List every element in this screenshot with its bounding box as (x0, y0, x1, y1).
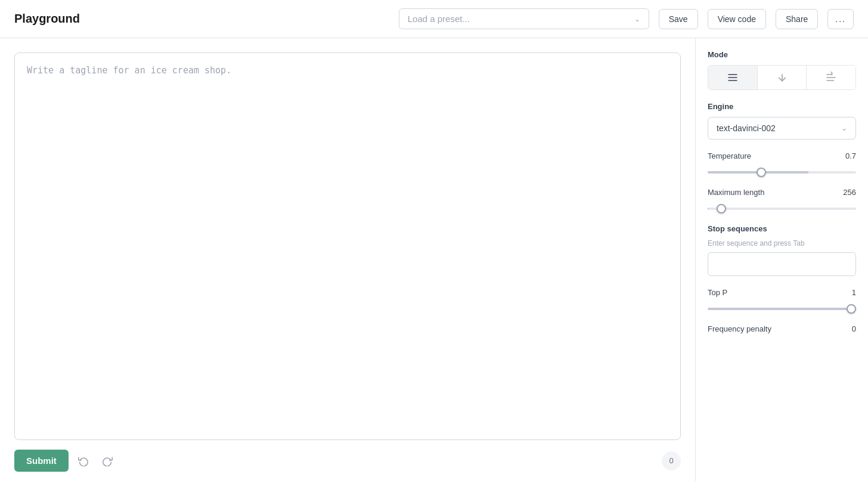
share-button[interactable]: Share (776, 9, 818, 29)
temperature-section: Temperature 0.7 (708, 151, 856, 176)
main-textarea[interactable] (15, 53, 680, 439)
left-panel: Submit 0 (0, 38, 695, 481)
mode-buttons (708, 65, 856, 90)
engine-dropdown[interactable]: text-davinci-002 ⌄ (708, 117, 856, 140)
max-length-slider[interactable] (708, 208, 856, 210)
undo-button[interactable] (75, 452, 92, 470)
stop-sequences-input[interactable] (708, 252, 856, 276)
frequency-penalty-value: 0 (852, 324, 856, 333)
stop-sequences-hint: Enter sequence and press Tab (708, 239, 856, 247)
page-title: Playground (14, 12, 80, 26)
top-p-row: Top P 1 (708, 288, 856, 297)
chevron-down-icon: ⌄ (634, 15, 640, 23)
top-p-value: 1 (852, 288, 856, 297)
max-length-row: Maximum length 256 (708, 188, 856, 197)
engine-label: Engine (708, 102, 856, 111)
temperature-label: Temperature (708, 151, 751, 160)
temperature-slider[interactable] (708, 171, 856, 174)
top-p-slider[interactable] (708, 308, 856, 310)
bottom-bar: Submit 0 (14, 440, 681, 481)
frequency-penalty-label: Frequency penalty (708, 324, 771, 333)
mode-insert-button[interactable] (758, 66, 807, 89)
edit-icon (825, 72, 837, 83)
save-button[interactable]: Save (659, 9, 698, 29)
insert-icon (776, 72, 788, 83)
more-button[interactable]: ... (827, 9, 854, 29)
header: Playground Load a preset... ⌄ Save View … (0, 0, 868, 38)
stop-sequences-section: Stop sequences Enter sequence and press … (708, 224, 856, 276)
engine-chevron-icon: ⌄ (841, 124, 847, 132)
frequency-penalty-section: Frequency penalty 0 (708, 324, 856, 333)
preset-placeholder: Load a preset... (408, 14, 470, 24)
max-length-section: Maximum length 256 (708, 188, 856, 212)
view-code-button[interactable]: View code (708, 9, 766, 29)
redo-icon (102, 456, 113, 466)
max-length-value: 256 (843, 188, 856, 197)
redo-button[interactable] (98, 452, 116, 470)
top-p-label: Top P (708, 288, 727, 297)
frequency-penalty-row: Frequency penalty 0 (708, 324, 856, 333)
temperature-row: Temperature 0.7 (708, 151, 856, 160)
textarea-wrapper (14, 52, 681, 440)
top-p-section: Top P 1 (708, 288, 856, 312)
max-length-label: Maximum length (708, 188, 764, 197)
mode-edit-button[interactable] (807, 66, 855, 89)
stop-sequences-label: Stop sequences (708, 224, 856, 233)
preset-dropdown[interactable]: Load a preset... ⌄ (399, 8, 649, 29)
mode-complete-button[interactable] (708, 66, 758, 89)
temperature-value: 0.7 (845, 151, 856, 160)
char-count: 0 (662, 451, 681, 470)
right-panel: Mode (695, 38, 868, 481)
main-layout: Submit 0 Mode (0, 38, 868, 481)
mode-label: Mode (708, 50, 856, 59)
undo-icon (78, 456, 89, 466)
complete-icon (727, 72, 739, 83)
submit-button[interactable]: Submit (14, 450, 69, 472)
engine-value: text-davinci-002 (717, 123, 776, 133)
